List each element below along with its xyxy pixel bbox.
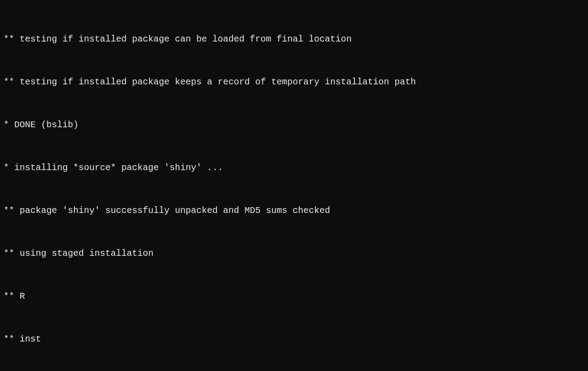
output-line: ** inst (4, 332, 584, 346)
output-line: ** testing if installed package keeps a … (4, 75, 584, 89)
output-line: ** R (4, 289, 584, 304)
output-line: ** using staged installation (4, 246, 584, 261)
output-line: ** testing if installed package can be l… (4, 32, 584, 46)
terminal-output[interactable]: ** testing if installed package can be l… (4, 4, 584, 371)
output-line: * installing *source* package 'shiny' ..… (4, 161, 584, 175)
output-line: * DONE (bslib) (4, 118, 584, 132)
output-line: ** package 'shiny' successfully unpacked… (4, 204, 584, 218)
